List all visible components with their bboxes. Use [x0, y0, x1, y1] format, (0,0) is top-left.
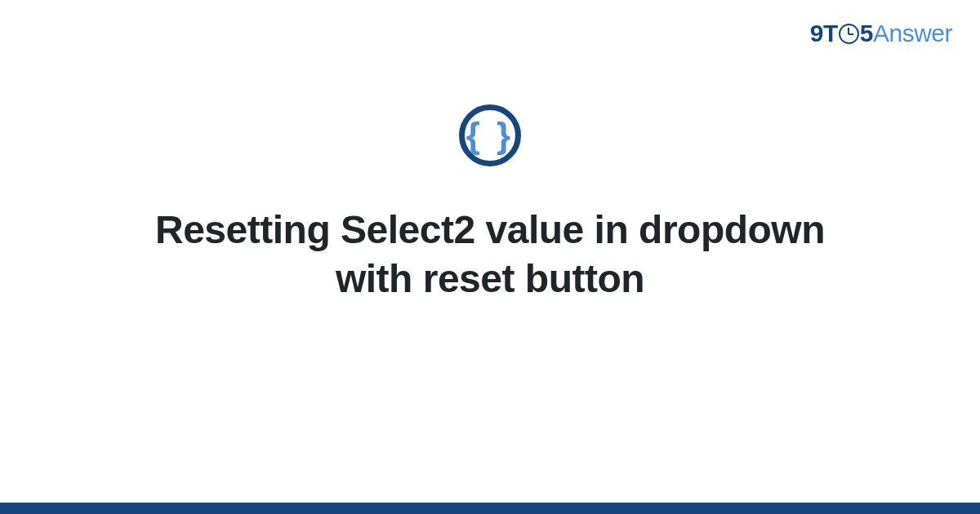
question-title: Resetting Select2 value in dropdown with… [122, 206, 858, 304]
braces-icon: { } [466, 117, 514, 153]
logo-suffix: 5 [860, 20, 873, 47]
logo-word: Answer [873, 20, 952, 47]
main-content: { } Resetting Select2 value in dropdown … [0, 104, 980, 304]
category-icon-circle: { } [459, 104, 521, 166]
site-logo: 9T 5 Answer [810, 20, 952, 47]
clock-icon [839, 24, 859, 44]
logo-prefix: 9T [810, 20, 838, 47]
footer-accent-bar [0, 503, 980, 514]
